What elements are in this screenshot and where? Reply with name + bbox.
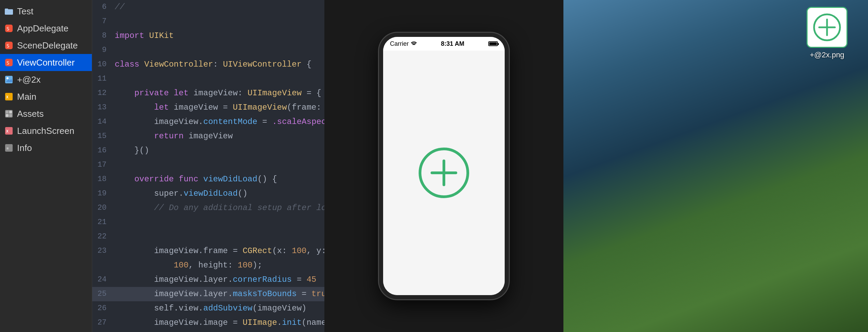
asset-preview-icon bbox=[812, 12, 842, 43]
sidebar-item-assets[interactable]: Assets bbox=[0, 105, 92, 122]
code-line: 26 self.view.addSubview(imageView) bbox=[92, 301, 324, 316]
plus-circle-image bbox=[417, 146, 471, 200]
asset-icon-box bbox=[807, 7, 848, 48]
code-line: 10 class ViewController: UIViewControlle… bbox=[92, 57, 324, 72]
code-line: 24 imageView.layer.cornerRadius = 45 bbox=[92, 273, 324, 287]
svg-point-9 bbox=[6, 77, 9, 79]
xib-icon: X bbox=[4, 92, 14, 101]
svg-text:X: X bbox=[6, 95, 9, 99]
svg-rect-1 bbox=[5, 9, 8, 10]
code-line: 8 import UIKit bbox=[92, 29, 324, 43]
xib2-icon: X bbox=[4, 126, 14, 136]
svg-rect-14 bbox=[6, 111, 9, 113]
sidebar-label: LaunchScreen bbox=[17, 126, 74, 136]
iphone-frame: Carrier 8:31 AM bbox=[379, 33, 509, 299]
sidebar-item-viewcontroller[interactable]: S ViewController bbox=[0, 54, 92, 71]
svg-rect-15 bbox=[9, 111, 12, 113]
sidebar-label: ViewController bbox=[17, 57, 75, 68]
sidebar: Test S AppDelegate S SceneDelegate S Vie… bbox=[0, 0, 92, 332]
code-line: 100, height: 100); bbox=[92, 258, 324, 273]
code-line: 27 imageView.image = UIImage.init(named:… bbox=[92, 316, 324, 330]
sidebar-item-scenedelegate[interactable]: S SceneDelegate bbox=[0, 37, 92, 54]
svg-text:S: S bbox=[6, 43, 9, 49]
code-line: 23 imageView.frame = CGRect(x: 100, y: 1… bbox=[92, 244, 324, 258]
status-time: 8:31 AM bbox=[441, 40, 464, 47]
sidebar-label: SceneDelegate bbox=[17, 40, 78, 51]
code-line: 19 super.viewDidLoad() bbox=[92, 186, 324, 201]
code-area[interactable]: 6 // 7 8 import UIKit 9 10 class ViewCon… bbox=[92, 0, 324, 332]
sidebar-item-info[interactable]: ≡ Info bbox=[0, 139, 92, 156]
code-line: 12 private let imageView: UIImageView = … bbox=[92, 86, 324, 100]
sidebar-item-main[interactable]: X Main bbox=[0, 88, 92, 105]
asset-item[interactable]: +@2x.png bbox=[807, 7, 848, 59]
code-line: 13 let imageView = UIImageView(frame: .z… bbox=[92, 100, 324, 115]
svg-text:X: X bbox=[6, 129, 9, 133]
wifi-icon bbox=[411, 40, 417, 47]
code-line: 15 return imageView bbox=[92, 129, 324, 143]
svg-text:S: S bbox=[6, 60, 9, 66]
code-line: 22 bbox=[92, 230, 324, 244]
plist-icon: ≡ bbox=[4, 143, 14, 153]
code-line: 16 }() bbox=[92, 143, 324, 158]
code-line: 17 bbox=[92, 158, 324, 172]
status-carrier: Carrier bbox=[390, 40, 417, 47]
swift-icon: S bbox=[4, 41, 14, 50]
svg-rect-0 bbox=[5, 9, 13, 15]
swift-icon: S bbox=[4, 58, 14, 67]
svg-text:≡: ≡ bbox=[6, 146, 9, 150]
battery-icon bbox=[488, 41, 498, 46]
iphone-screen bbox=[383, 51, 505, 295]
code-line: 20 // Do any additional setup after load… bbox=[92, 201, 324, 215]
assets-area: +@2x.png bbox=[563, 0, 868, 332]
image-icon bbox=[4, 75, 14, 84]
status-battery bbox=[488, 41, 498, 46]
sidebar-item-test[interactable]: Test bbox=[0, 3, 92, 20]
sidebar-item-appdelegate[interactable]: S AppDelegate bbox=[0, 20, 92, 37]
folder-icon bbox=[4, 6, 14, 16]
code-editor: 6 // 7 8 import UIKit 9 10 class ViewCon… bbox=[92, 0, 324, 332]
sidebar-label: Main bbox=[17, 92, 36, 102]
sidebar-label: Test bbox=[17, 6, 33, 17]
code-line: 21 bbox=[92, 215, 324, 230]
code-line: 7 bbox=[92, 14, 324, 29]
sidebar-label: +@2x bbox=[17, 74, 41, 85]
swift-icon: S bbox=[4, 24, 14, 33]
code-line: 9 bbox=[92, 43, 324, 57]
code-line: 11 bbox=[92, 72, 324, 86]
sidebar-label: Assets bbox=[17, 109, 44, 119]
code-line-highlighted: 25 imageView.layer.masksToBounds = true bbox=[92, 287, 324, 301]
svg-rect-16 bbox=[6, 114, 9, 117]
code-line: 28 bbox=[92, 330, 324, 332]
sidebar-item-at2x[interactable]: +@2x bbox=[0, 71, 92, 88]
code-line: 18 override func viewDidLoad() { bbox=[92, 172, 324, 186]
code-line: 14 imageView.contentMode = .scaleAspectF… bbox=[92, 115, 324, 129]
svg-rect-17 bbox=[9, 114, 12, 117]
iphone-preview: Carrier 8:31 AM bbox=[324, 0, 563, 332]
carrier-label: Carrier bbox=[390, 40, 409, 47]
sidebar-item-launchscreen[interactable]: X LaunchScreen bbox=[0, 122, 92, 139]
asset-label: +@2x.png bbox=[810, 51, 844, 59]
sidebar-label: Info bbox=[17, 143, 32, 153]
status-bar: Carrier 8:31 AM bbox=[383, 37, 505, 51]
assets-icon bbox=[4, 109, 14, 119]
sidebar-label: AppDelegate bbox=[17, 23, 68, 34]
svg-text:S: S bbox=[6, 26, 9, 31]
code-line: 6 // bbox=[92, 0, 324, 14]
